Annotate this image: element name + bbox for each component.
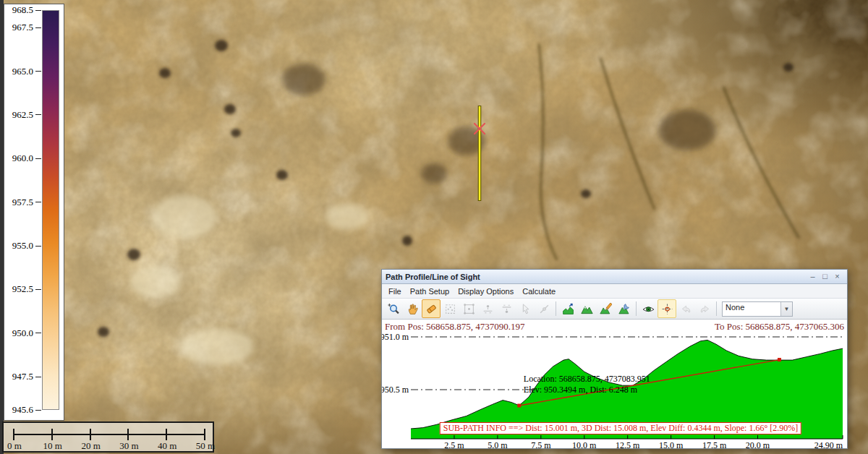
select-points-tool-icon bbox=[459, 299, 478, 318]
toolbar-separator bbox=[636, 301, 637, 316]
x-axis-label: 17.5 m bbox=[702, 440, 727, 450]
colorbar-tick bbox=[35, 246, 41, 247]
scalebar-tick bbox=[204, 429, 205, 440]
colorbar-tick-label: 950.0 bbox=[4, 327, 33, 339]
window-titlebar[interactable]: Path Profile/Line of Sight –□× bbox=[382, 270, 847, 284]
zoom-tool-icon[interactable] bbox=[384, 299, 403, 318]
profile-chart-area[interactable]: 951.0 m950.5 m2.5 m5.0 m7.5 m10.0 m12.5 … bbox=[382, 334, 847, 448]
colorbar-gradient bbox=[42, 10, 59, 410]
toolbar-separator bbox=[556, 301, 556, 316]
window-title: Path Profile/Line of Sight bbox=[386, 273, 807, 281]
y-axis-label: 951.0 m bbox=[382, 334, 409, 342]
colorbar-tick bbox=[35, 27, 41, 28]
minimize-button[interactable]: – bbox=[807, 270, 819, 283]
colorbar-tick-label: 960.0 bbox=[4, 153, 33, 164]
x-axis-label: 7.5 m bbox=[531, 440, 551, 450]
from-pos-label: From Pos: 568658.875, 4737090.197 bbox=[385, 321, 525, 334]
menu-display-options[interactable]: Display Options bbox=[454, 286, 518, 297]
measure-tool-icon[interactable] bbox=[422, 299, 441, 318]
los-endpoint-marker[interactable] bbox=[517, 403, 521, 407]
map-scalebar: 0 m10 m20 m30 m40 m50 m bbox=[2, 421, 214, 453]
scalebar-tick bbox=[166, 429, 167, 440]
colorbar-tick-label: 965.0 bbox=[4, 66, 33, 77]
colorbar-tick-label: 962.5 bbox=[4, 109, 33, 121]
x-axis-label: 24.90 m bbox=[814, 440, 843, 450]
terrain-edit-tool-icon[interactable] bbox=[596, 299, 615, 318]
line-of-sight-tool-icon[interactable] bbox=[639, 299, 658, 318]
scalebar-label: 20 m bbox=[81, 440, 100, 452]
subpath-info-box: SUB-PATH INFO ==> Dist: 15.001 m, 3D Dis… bbox=[440, 422, 801, 434]
colorbar-tick-label: 945.6 bbox=[4, 404, 33, 416]
previous-path-tool-icon bbox=[676, 299, 695, 318]
terrain-view-tool-icon[interactable] bbox=[577, 299, 596, 318]
location-annotation-line: Location: 568658.875, 4737083.951 bbox=[524, 374, 650, 384]
los-endpoint-marker[interactable] bbox=[778, 358, 781, 361]
path-profile-window: Path Profile/Line of Sight –□× FilePath … bbox=[381, 269, 848, 449]
x-axis-label: 20.0 m bbox=[746, 440, 770, 450]
colorbar-tick bbox=[35, 71, 41, 72]
scalebar-tick bbox=[51, 429, 53, 440]
menu-bar: FilePath SetupDisplay OptionsCalculate bbox=[382, 284, 847, 299]
colorbar-tick-label: 957.5 bbox=[4, 197, 33, 208]
toolbar-separator bbox=[716, 301, 717, 316]
colorbar-tick bbox=[35, 158, 41, 159]
maximize-button[interactable]: □ bbox=[819, 270, 831, 283]
colorbar-tick-label: 955.0 bbox=[4, 240, 33, 252]
select-region-tool-icon bbox=[441, 299, 459, 318]
colorbar-tick bbox=[35, 114, 41, 115]
location-annotation-line: Elev: 950.3494 m, Dist: 6.248 m bbox=[524, 385, 638, 395]
upper-point-tool-icon bbox=[478, 299, 497, 318]
toolbar: None▼ bbox=[382, 299, 847, 320]
colorbar-tick bbox=[35, 202, 41, 202]
terrain-settings-tool-icon[interactable] bbox=[615, 299, 634, 318]
colorbar-tick bbox=[35, 410, 41, 411]
x-axis-label: 15.0 m bbox=[659, 440, 684, 450]
scalebar-label: 10 m bbox=[43, 440, 62, 452]
scalebar-tick bbox=[13, 429, 14, 440]
layer-dropdown-value: None bbox=[723, 302, 780, 316]
scalebar-line bbox=[14, 434, 205, 435]
segment-tool-icon bbox=[535, 299, 553, 318]
layer-dropdown[interactable]: None▼ bbox=[722, 301, 793, 317]
next-path-tool-icon bbox=[695, 299, 714, 318]
elevation-colorbar-panel: 968.5967.5965.0962.5960.0957.5955.0952.5… bbox=[4, 4, 64, 421]
dropdown-arrow-icon[interactable]: ▼ bbox=[780, 302, 792, 316]
x-axis-label: 5.0 m bbox=[488, 440, 508, 450]
profile-chart-tool-icon[interactable] bbox=[558, 299, 577, 318]
position-row: From Pos: 568658.875, 4737090.197 To Pos… bbox=[382, 320, 847, 334]
menu-path-setup[interactable]: Path Setup bbox=[406, 286, 454, 297]
colorbar-tick-label: 952.5 bbox=[4, 283, 33, 295]
pan-tool-icon[interactable] bbox=[403, 299, 422, 318]
scalebar-tick bbox=[127, 429, 129, 440]
close-button[interactable]: × bbox=[831, 270, 843, 283]
scalebar-label: 40 m bbox=[158, 440, 176, 452]
map-viewport: 968.5967.5965.0962.5960.0957.5955.0952.5… bbox=[0, 0, 868, 454]
colorbar-tick-label: 968.5 bbox=[4, 4, 33, 16]
x-axis-label: 10.0 m bbox=[572, 440, 597, 450]
scalebar-label: 50 m bbox=[196, 440, 215, 452]
colorbar-tick bbox=[35, 289, 41, 290]
menu-file[interactable]: File bbox=[384, 286, 406, 297]
y-axis-label: 950.5 m bbox=[382, 385, 409, 395]
pick-point-tool-icon bbox=[516, 299, 535, 318]
colorbar-tick bbox=[35, 10, 41, 11]
scalebar-label: 30 m bbox=[119, 440, 138, 452]
menu-calculate[interactable]: Calculate bbox=[518, 286, 560, 297]
scalebar-label: 0 m bbox=[7, 440, 22, 452]
x-axis-label: 12.5 m bbox=[616, 440, 640, 450]
crosshair-tool-icon[interactable] bbox=[658, 299, 676, 318]
x-axis-label: 2.5 m bbox=[444, 440, 464, 450]
scalebar-tick bbox=[90, 429, 91, 440]
colorbar-tick bbox=[35, 333, 41, 333]
to-pos-label: To Pos: 568658.875, 4737065.306 bbox=[715, 321, 844, 334]
lower-point-tool-icon bbox=[497, 299, 516, 318]
colorbar-tick-label: 947.5 bbox=[4, 371, 33, 382]
colorbar-tick bbox=[35, 377, 41, 377]
colorbar-tick-label: 967.5 bbox=[4, 22, 33, 33]
